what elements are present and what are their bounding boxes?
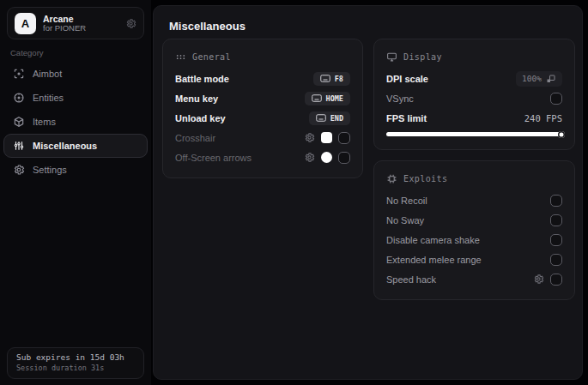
crosshair-settings-gear-icon[interactable] (304, 132, 315, 143)
app-window: A Arcane for PIONER Category (0, 0, 588, 385)
setting-row-disable-camera-shake: Disable camera shake (386, 230, 562, 250)
setting-row-no-recoil: No Recoil (386, 190, 562, 210)
setting-label: Off-Screen arrows (175, 153, 252, 163)
speed-hack-settings-gear-icon[interactable] (533, 274, 544, 285)
app-name: Arcane (43, 14, 118, 24)
scale-icon (546, 74, 556, 84)
setting-row-fps-limit: FPS limit 240 FPS (386, 108, 562, 128)
items-icon (13, 116, 25, 128)
display-card: Display DPI scale 100% (373, 39, 575, 150)
vsync-checkbox[interactable] (550, 93, 562, 105)
setting-row-speed-hack: Speed hack (386, 269, 562, 289)
offscreen-color-swatch[interactable] (321, 152, 332, 163)
speed-hack-checkbox[interactable] (550, 274, 562, 286)
setting-label: No Sway (386, 215, 424, 226)
keybind-badge[interactable]: END (309, 111, 350, 125)
slider-fill (386, 132, 562, 136)
sidebar-item-entities[interactable]: Entities (3, 86, 148, 110)
sidebar-item-aimbot[interactable]: Aimbot (3, 62, 148, 86)
settings-icon (13, 164, 25, 176)
sidebar-item-label: Settings (33, 165, 67, 175)
keybind-value: HOME (326, 94, 343, 103)
subscription-info: Sub expires in 15d 03h Session duration … (7, 347, 144, 379)
setting-label: Speed hack (386, 274, 436, 285)
setting-row-vsync: VSync (386, 88, 562, 108)
sidebar-item-settings[interactable]: Settings (3, 158, 148, 182)
dpi-scale-value: 100% (522, 74, 542, 83)
camera-shake-checkbox[interactable] (550, 234, 562, 246)
setting-label: FPS limit (386, 113, 427, 123)
setting-row-no-sway: No Sway (386, 210, 562, 230)
slider-knob[interactable] (558, 131, 565, 138)
setting-row-offscreen-arrows: Off-Screen arrows (175, 147, 350, 167)
fps-limit-slider[interactable] (386, 132, 562, 136)
keyboard-icon (320, 75, 330, 82)
sub-expiry-text: Sub expires in 15d 03h (16, 352, 135, 362)
keyboard-icon (316, 114, 326, 122)
brand-card: A Arcane for PIONER (7, 7, 144, 39)
app-logo: A (15, 13, 36, 34)
setting-row-extended-melee-range: Extended melee range (386, 250, 562, 269)
setting-row-crosshair: Crosshair (175, 128, 350, 147)
setting-label: Menu key (175, 93, 218, 104)
crosshair-color-swatch[interactable] (321, 132, 332, 143)
general-card: General Battle mode F8 (162, 39, 363, 178)
crosshair-checkbox[interactable] (338, 132, 350, 144)
dpi-scale-input[interactable]: 100% (516, 71, 562, 87)
entities-icon (13, 92, 25, 104)
keybind-badge[interactable]: F8 (313, 72, 350, 86)
session-duration-text: Session duration 31s (16, 364, 135, 372)
no-sway-checkbox[interactable] (550, 214, 562, 226)
setting-row-menu-key: Menu key HOME (175, 88, 350, 108)
category-label: Category (10, 48, 44, 57)
melee-range-checkbox[interactable] (550, 254, 562, 266)
keybind-value: END (330, 114, 343, 123)
main-panel: Miscellaneous General B (153, 5, 583, 380)
sidebar-item-miscellaneous[interactable]: Miscellaneous (3, 134, 148, 158)
setting-row-dpi-scale: DPI scale 100% (386, 69, 562, 88)
card-title: Display (403, 52, 442, 62)
misc-icon (13, 140, 25, 152)
setting-label: Battle mode (175, 74, 229, 84)
setting-row-unload-key: Unload key END (175, 108, 350, 128)
aimbot-icon (13, 68, 25, 80)
setting-row-battle-mode: Battle mode F8 (175, 69, 350, 88)
sidebar-item-label: Miscellaneous (33, 141, 97, 151)
keybind-badge[interactable]: HOME (305, 92, 350, 105)
page-title: Miscellaneous (154, 6, 582, 33)
setting-label: Crosshair (175, 133, 215, 143)
brand-gear-icon[interactable] (125, 18, 136, 29)
card-title: General (192, 52, 231, 62)
app-subtitle: for PIONER (43, 24, 118, 33)
setting-label: Unload key (175, 113, 226, 123)
fps-limit-value: 240 FPS (524, 113, 562, 123)
sidebar-nav: Aimbot Entities (3, 62, 148, 182)
sidebar-item-label: Items (33, 117, 56, 127)
setting-label: DPI scale (386, 74, 428, 84)
keybind-value: F8 (335, 75, 343, 83)
general-icon (175, 51, 186, 63)
exploits-card: Exploits No Recoil No Sway Disable camer… (373, 160, 575, 300)
offscreen-settings-gear-icon[interactable] (304, 152, 315, 163)
sidebar-item-label: Aimbot (33, 69, 62, 79)
card-title: Exploits (403, 174, 447, 183)
offscreen-checkbox[interactable] (338, 152, 350, 164)
no-recoil-checkbox[interactable] (550, 195, 562, 207)
setting-label: VSync (386, 93, 414, 104)
setting-label: Disable camera shake (386, 235, 480, 245)
sidebar: A Arcane for PIONER Category (0, 0, 151, 385)
setting-label: Extended melee range (386, 255, 482, 265)
display-icon (386, 51, 397, 63)
setting-label: No Recoil (386, 196, 427, 206)
sidebar-item-label: Entities (33, 93, 64, 103)
sidebar-item-items[interactable]: Items (3, 110, 148, 134)
exploits-icon (386, 173, 397, 184)
keyboard-icon (312, 94, 322, 102)
